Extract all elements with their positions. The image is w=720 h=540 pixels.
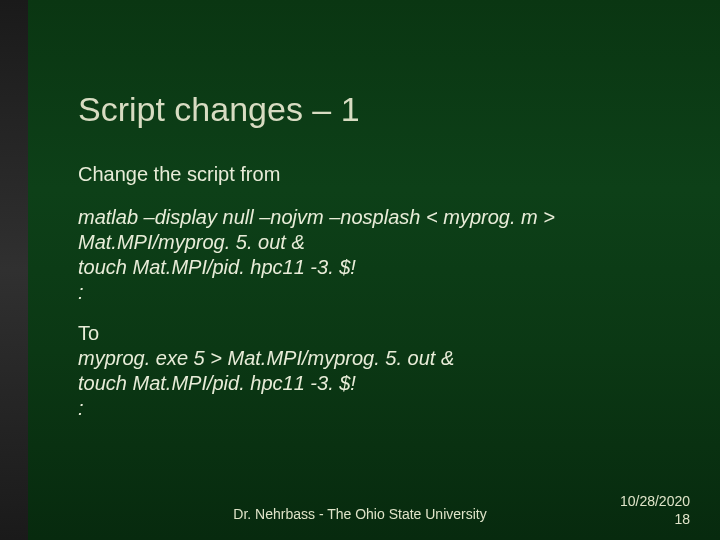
footer-meta: 10/28/2020 18 [620, 493, 690, 528]
script-to-block: To myprog. exe 5 > Mat.MPI/myprog. 5. ou… [78, 321, 680, 421]
code-line: : [78, 280, 680, 305]
to-label: To [78, 321, 680, 346]
footer-page-number: 18 [620, 511, 690, 529]
script-from-block: matlab –display null –nojvm –nosplash < … [78, 205, 680, 305]
code-line: matlab –display null –nojvm –nosplash < … [78, 205, 680, 230]
footer-date: 10/28/2020 [620, 493, 690, 511]
footer-author: Dr. Nehrbass - The Ohio State University [0, 506, 720, 522]
code-line: : [78, 396, 680, 421]
sidebar-accent [0, 0, 28, 540]
code-line: myprog. exe 5 > Mat.MPI/myprog. 5. out & [78, 346, 680, 371]
lead-text: Change the script from [78, 162, 680, 187]
code-line: Mat.MPI/myprog. 5. out & [78, 230, 680, 255]
code-line: touch Mat.MPI/pid. hpc11 -3. $! [78, 371, 680, 396]
slide: Script changes – 1 Change the script fro… [0, 0, 720, 540]
slide-body: Change the script from matlab –display n… [78, 162, 680, 437]
code-line: touch Mat.MPI/pid. hpc11 -3. $! [78, 255, 680, 280]
slide-title: Script changes – 1 [78, 90, 360, 129]
